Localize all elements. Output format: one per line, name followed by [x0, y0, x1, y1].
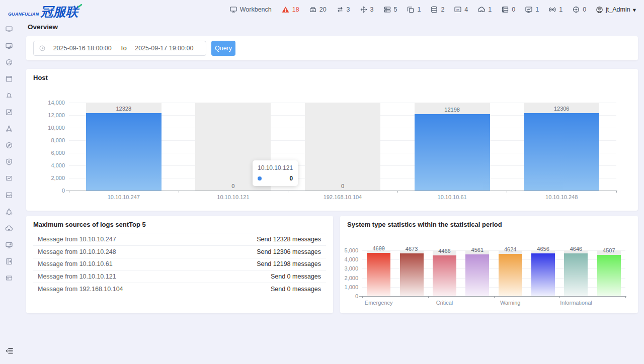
bar[interactable] [367, 253, 390, 296]
sidebar-item-cycle-nodes[interactable] [5, 208, 13, 216]
sidebar-item-presentation[interactable] [5, 174, 13, 183]
brand-logo-text: 冠服联 [41, 6, 82, 18]
y-axis-label: 8,000 [26, 137, 65, 143]
x-axis-category-label: 10.10.10.121 [198, 194, 268, 200]
y-axis-label: 4,000 [340, 256, 358, 262]
sidebar-item-dashboard-gauge[interactable] [5, 58, 13, 66]
header-stat-move[interactable]: 3 [360, 6, 374, 14]
header-stat-server-rack[interactable]: 5 [383, 6, 397, 14]
x-axis-category-label: 10.10.10.61 [417, 194, 488, 200]
sidebar-item-chart-trend[interactable] [5, 75, 13, 83]
stat-count: 0 [583, 6, 586, 13]
sidebar-item-log-book[interactable] [5, 257, 13, 265]
x-axis-tick [288, 191, 288, 193]
system-type-card: System type statistics within the statis… [340, 216, 638, 313]
bar[interactable] [465, 254, 489, 296]
y-axis-label: 0 [340, 293, 358, 299]
caret-down-icon: ▾ [633, 6, 636, 14]
header-stat-database[interactable]: 2 [430, 6, 444, 14]
top5-row: Message from 10.10.10.121Send 0 messages [33, 270, 326, 283]
sidebar-item-alarm-bell[interactable] [5, 92, 13, 100]
x-axis-tick [179, 191, 179, 193]
top5-row: Message from 192.168.10.104Send 0 messag… [33, 283, 326, 295]
bar[interactable] [531, 253, 555, 296]
target-icon [572, 6, 580, 14]
stat-count: 20 [319, 6, 327, 13]
bar[interactable] [86, 113, 162, 191]
sidebar-item-shield[interactable] [5, 158, 13, 166]
workbench-button[interactable]: Workbench [229, 6, 272, 14]
bar-value-label: 12198 [430, 107, 475, 113]
page-title: Overview [28, 23, 638, 31]
sidebar-item-screen[interactable] [5, 42, 13, 50]
sidebar-item-gallery[interactable] [5, 191, 13, 199]
server-rack-icon [383, 6, 391, 14]
x-axis-line [66, 191, 617, 191]
header-stat-copy[interactable]: 1 [407, 6, 421, 14]
tooltip-series-dot [258, 176, 262, 180]
x-axis-category-label: Critical [409, 300, 479, 306]
top5-source-label: Message from 10.10.10.61 [38, 260, 113, 267]
stat-count: 1 [559, 6, 562, 13]
top5-source-label: Message from 10.10.10.121 [38, 273, 116, 280]
bar[interactable] [433, 255, 456, 296]
header-stat-host[interactable]: 20 [309, 6, 327, 14]
date-range-picker[interactable]: 2025-09-16 18:00:00 To 2025-09-17 19:00:… [33, 41, 206, 56]
header-stat-server-grid[interactable]: 0 [501, 6, 515, 14]
os-icon: os [454, 6, 462, 14]
top5-count-label: Send 0 messages [271, 273, 321, 280]
sidebar-collapse-button[interactable] [5, 347, 14, 355]
x-axis-tick [559, 296, 560, 298]
broadcast-icon [548, 6, 556, 14]
y-axis-label: 0 [26, 188, 65, 194]
sidebar-item-card[interactable] [5, 274, 13, 282]
header-stat-alert-triangle[interactable]: 18 [281, 6, 299, 14]
header-stat-os[interactable]: os4 [454, 6, 468, 14]
sidebar-item-chart-image[interactable] [5, 108, 13, 116]
brand-logo[interactable]: GUANFULIAN 冠服联 [8, 6, 82, 18]
user-menu[interactable]: jt_Admin ▾ [596, 6, 636, 14]
bar-value-label: 0 [210, 183, 256, 189]
top5-sources-card: Maximum sources of logs sentTop 5 Messag… [26, 216, 333, 313]
bar[interactable] [564, 253, 588, 296]
bar[interactable] [400, 253, 424, 296]
header-stat-target[interactable]: 0 [572, 6, 586, 14]
move-icon [360, 6, 368, 14]
bar[interactable] [499, 254, 522, 296]
sidebar-item-topology[interactable] [5, 125, 13, 133]
x-axis-tick [362, 296, 363, 298]
host-chart-card: Host 02,0004,0006,0008,00010,00012,00014… [26, 69, 638, 211]
bar[interactable] [524, 113, 599, 191]
tooltip-value: 0 [269, 175, 293, 182]
top5-count-label: Send 12306 messages [257, 248, 321, 255]
stat-count: 4 [464, 6, 468, 13]
header-stat-cloud[interactable]: 1 [477, 6, 492, 14]
sidebar-item-cloud[interactable] [5, 224, 13, 232]
start-datetime-field[interactable]: 2025-09-16 18:00:00 [46, 45, 119, 52]
sidebar-item-workbench[interactable] [5, 25, 13, 33]
y-axis-label: 12,000 [26, 112, 65, 118]
x-axis-line [359, 296, 626, 297]
stat-count: 1 [488, 6, 492, 13]
end-datetime-field[interactable]: 2025-09-17 19:00:00 [128, 45, 201, 52]
top5-source-label: Message from 10.10.10.248 [38, 248, 116, 255]
chart-tooltip: 10.10.10.121 0 [253, 160, 298, 186]
query-button[interactable]: Query [211, 41, 235, 56]
header-status-bar: Workbench 182033512os410110 jt_Admin ▾ [229, 6, 636, 14]
sidebar-item-compass[interactable] [5, 141, 13, 149]
host-icon [309, 6, 317, 14]
bar[interactable] [597, 255, 621, 296]
user-icon [596, 6, 603, 14]
y-axis-label: 14,000 [26, 100, 65, 106]
header-stat-broadcast[interactable]: 1 [548, 6, 562, 14]
top5-count-label: Send 0 messages [271, 286, 321, 293]
header-stat-flow[interactable]: 3 [336, 6, 350, 14]
sidebar-item-screen-edit[interactable] [5, 241, 13, 249]
query-card: 2025-09-16 18:00:00 To 2025-09-17 19:00:… [26, 36, 638, 60]
bar[interactable] [415, 114, 490, 191]
main-content: Overview 2025-09-16 18:00:00 To 2025-09-… [26, 19, 638, 313]
copy-icon [407, 6, 415, 14]
stat-count: 3 [370, 6, 374, 13]
header-stat-desktop[interactable]: 1 [525, 6, 539, 14]
bar-background-band [305, 103, 380, 191]
